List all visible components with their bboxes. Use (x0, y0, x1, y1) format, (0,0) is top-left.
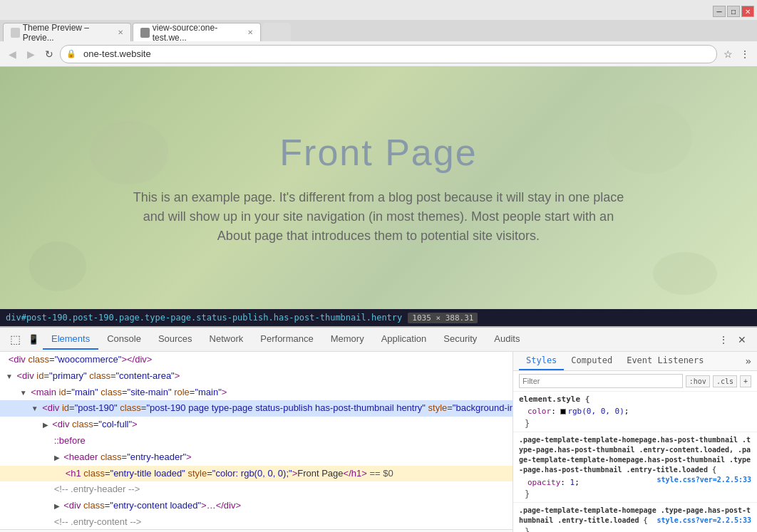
hero-section: Front Page This is an example page. It's… (0, 67, 757, 309)
tab-2-favicon (140, 28, 150, 38)
triangle-icon[interactable]: ▼ (31, 405, 38, 412)
tab-2-title: view-source:one-test.we... (153, 23, 243, 43)
style-selector-1: .page-template-template-homepage.has-pos… (519, 435, 751, 475)
tab-console[interactable]: Console (98, 329, 150, 350)
element-tag-bar: div#post-190.post-190.page.type-page.sta… (0, 309, 757, 326)
tab-2[interactable]: view-source:one-test.we... ✕ (133, 23, 261, 41)
menu-button[interactable]: ⋮ (737, 46, 753, 62)
close-button[interactable]: ✕ (741, 6, 754, 17)
triangle-icon[interactable]: ▶ (43, 421, 48, 429)
svg-point-2 (29, 241, 86, 291)
hero-title: Front Page (279, 131, 477, 174)
dom-line[interactable]: ▼ <div id="primary" class="content-area"… (0, 368, 513, 385)
window-controls: ─ □ ✕ (713, 6, 754, 17)
style-selector-2: .page-template-template-homepage .type-p… (519, 506, 751, 526)
minimize-button[interactable]: ─ (713, 6, 726, 17)
tab-network[interactable]: Network (201, 329, 252, 350)
triangle-icon[interactable]: ▶ (54, 454, 60, 461)
styles-panel: Styles Computed Event Listeners » :hov .… (513, 352, 757, 532)
dom-line[interactable]: ▶ <div class="entry-content loaded">…</d… (0, 498, 513, 514)
dom-line[interactable]: <div class="woocommerce"></div> (0, 352, 513, 368)
color-swatch (560, 409, 566, 414)
filter-cls-btn[interactable]: .cls (713, 375, 737, 387)
nav-right: ☆ ⋮ (720, 46, 753, 62)
tab-2-close[interactable]: ✕ (247, 28, 253, 36)
svg-point-3 (653, 252, 717, 295)
expand-icon[interactable]: » (746, 355, 751, 367)
breadcrumb-bar: html body #page #content div #primary #m… (0, 529, 513, 532)
title-bar: ─ □ ✕ (0, 0, 757, 20)
reload-button[interactable]: ↻ (41, 46, 57, 62)
devtools-body: <div class="woocommerce"></div> ▼ <div i… (0, 352, 757, 532)
tab-bar: Theme Preview – Previe... ✕ view-source:… (0, 20, 757, 41)
tab-1-close[interactable]: ✕ (118, 28, 123, 36)
tab-1-favicon (11, 28, 20, 38)
styles-tab-computed[interactable]: Computed (564, 352, 619, 370)
element-tag-path: div#post-190.post-190.page.type-page.sta… (6, 313, 402, 323)
nav-bar: ◀ ▶ ↻ 🔒 one-test.website ☆ ⋮ (0, 41, 757, 67)
dom-line[interactable]: ▶ <div class="col-full"> (0, 417, 513, 433)
dom-line[interactable]: ▶ <header class="entry-header"> (0, 449, 513, 466)
url-bar[interactable]: 🔒 one-test.website (60, 45, 717, 63)
maximize-button[interactable]: □ (727, 6, 740, 17)
dom-line[interactable]: ▼ <main id="main" class="site-main" role… (0, 385, 513, 401)
style-prop[interactable]: color: rgb(0, 0, 0); (519, 405, 751, 419)
style-block-2: .page-template-template-homepage .type-p… (513, 503, 757, 532)
tab-1-title: Theme Preview – Previe... (23, 23, 113, 43)
back-button[interactable]: ◀ (4, 46, 20, 62)
filter-hov-btn[interactable]: :hov (686, 375, 710, 387)
dom-line[interactable]: <!-- .entry-content --> (0, 514, 513, 529)
tab-elements[interactable]: Elements (43, 329, 98, 350)
element-size-badge: 1035 × 388.31 (408, 313, 478, 323)
triangle-icon[interactable]: ▼ (20, 389, 27, 397)
devtools-close-btn[interactable]: ✕ (733, 330, 751, 349)
tab-application[interactable]: Application (373, 329, 436, 350)
tab-performance[interactable]: Performance (252, 329, 321, 350)
style-selector: element.style { (519, 395, 751, 404)
new-tab-button[interactable] (262, 23, 291, 41)
devtools-panel: ⬚ 📱 Elements Console Sources Network Per… (0, 326, 757, 532)
bookmark-button[interactable]: ☆ (720, 46, 736, 62)
dom-line-highlighted[interactable]: <h1 class="entry-title loaded" style="co… (0, 466, 513, 482)
dom-line[interactable]: ::before (0, 433, 513, 449)
tab-audits[interactable]: Audits (485, 329, 528, 350)
tab-security[interactable]: Security (435, 329, 485, 350)
forward-button[interactable]: ▶ (23, 46, 38, 62)
dom-line[interactable]: <!-- .entry-header --> (0, 481, 513, 498)
styles-tab-styles[interactable]: Styles (519, 352, 564, 370)
styles-tab-event-listeners[interactable]: Event Listeners (619, 352, 711, 370)
styles-filter-input[interactable] (519, 374, 683, 388)
page-viewport: Front Page This is an example page. It's… (0, 67, 757, 309)
styles-filter-bar: :hov .cls + (513, 371, 757, 392)
svg-point-1 (607, 103, 692, 174)
style-block-element: element.style { color: rgb(0, 0, 0); } (513, 392, 757, 432)
styles-tabs: Styles Computed Event Listeners » (513, 352, 757, 371)
svg-point-0 (90, 120, 168, 184)
devtools-more-btn[interactable]: ⋮ (714, 330, 733, 349)
devtools-device-btn[interactable]: 📱 (24, 330, 43, 349)
filter-add-btn[interactable]: + (740, 375, 751, 387)
browser-window: ─ □ ✕ Theme Preview – Previe... ✕ view-s… (0, 0, 757, 532)
dom-line-selected[interactable]: ▼ <div id="post-190" class="post-190 pag… (0, 400, 513, 417)
devtools-toolbar: ⬚ 📱 Elements Console Sources Network Per… (0, 328, 757, 352)
tab-1[interactable]: Theme Preview – Previe... ✕ (3, 23, 131, 41)
tab-memory[interactable]: Memory (322, 329, 373, 350)
style-block-1: .page-template-template-homepage.has-pos… (513, 432, 757, 504)
url-text: one-test.website (83, 48, 151, 59)
triangle-icon[interactable]: ▼ (6, 372, 13, 380)
devtools-inspect-btn[interactable]: ⬚ (6, 330, 24, 349)
triangle-icon[interactable]: ▶ (54, 502, 60, 510)
lock-icon: 🔒 (66, 49, 76, 58)
dom-panel[interactable]: <div class="woocommerce"></div> ▼ <div i… (0, 352, 513, 529)
hero-text: This is an example page. It's different … (129, 188, 628, 246)
tab-sources[interactable]: Sources (150, 329, 201, 350)
